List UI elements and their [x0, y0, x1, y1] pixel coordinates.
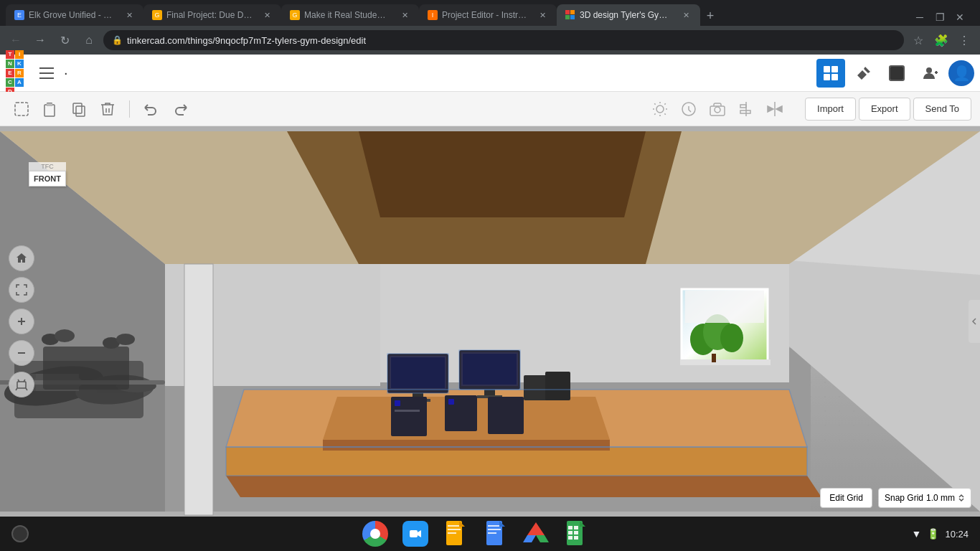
tc-toolbar: Import Export Send To [0, 92, 980, 126]
tc-export-button[interactable]: Export [859, 98, 910, 121]
new-tab-button[interactable]: + [700, 6, 720, 26]
tab-3-close[interactable]: ✕ [399, 9, 410, 21]
tc-grid-view-button[interactable] [816, 59, 845, 88]
tab-4-title: Project Editor - Instructable... [442, 10, 528, 20]
tc-gallery-button[interactable] [882, 59, 911, 88]
tc-notes-button[interactable] [676, 96, 702, 122]
svg-rect-127 [574, 531, 578, 534]
svg-marker-130 [580, 521, 585, 527]
tc-front-text: FRONT [29, 171, 66, 187]
tc-deselect-button[interactable] [9, 96, 34, 122]
svg-marker-57 [226, 447, 807, 476]
tc-hamburger-menu[interactable] [35, 62, 58, 85]
tc-bottombar: Edit Grid Snap Grid 1.0 mm [820, 488, 971, 508]
tc-dot-separator: · [64, 65, 68, 81]
logo-cell-i: I [15, 50, 24, 59]
window-controls: ─ ❐ ✕ [905, 9, 974, 26]
tab-5-favicon [565, 10, 575, 20]
reload-button[interactable]: ↻ [55, 30, 75, 50]
taskbar-right: ▼ 🔋 10:24 [912, 528, 969, 540]
forward-button[interactable]: → [30, 30, 50, 50]
svg-rect-16 [76, 106, 85, 116]
minimize-button[interactable]: ─ [911, 9, 928, 26]
tc-snap-grid-arrows[interactable] [958, 494, 965, 502]
tc-delete-button[interactable] [95, 96, 121, 122]
tc-align-button[interactable] [733, 96, 759, 122]
tc-zoom-out-button[interactable] [9, 340, 34, 366]
tc-edit-grid-button[interactable]: Edit Grid [820, 488, 872, 508]
taskbar-zoom[interactable] [401, 519, 430, 548]
bookmark-button[interactable]: ☆ [908, 30, 928, 50]
svg-point-75 [116, 334, 135, 345]
taskbar-chrome[interactable] [361, 519, 390, 548]
chrome-icon [362, 521, 388, 547]
tinkercad-logo[interactable]: T I N K E R C A D [6, 50, 24, 96]
svg-rect-107 [17, 382, 26, 388]
tc-paste-button[interactable] [37, 96, 63, 122]
taskbar-time: 10:24 [945, 529, 969, 540]
svg-rect-113 [448, 532, 456, 534]
tinkercad-app: T I N K E R C A D [0, 55, 980, 517]
tc-snap-grid-value: 1.0 mm [926, 493, 955, 503]
tc-zoom-in-button[interactable] [9, 309, 34, 334]
tab-2-close[interactable]: ✕ [261, 9, 273, 21]
tc-home-view-button[interactable] [9, 245, 34, 271]
extensions-button[interactable]: 🧩 [931, 30, 951, 50]
tc-mirror-button[interactable] [762, 96, 788, 122]
tab-2-title: Final Project: Due Decembe... [166, 10, 253, 20]
svg-rect-12 [15, 103, 28, 116]
svg-point-9 [926, 67, 932, 73]
menu-button[interactable]: ⋮ [954, 30, 974, 50]
tab-4-close[interactable]: ✕ [537, 9, 548, 21]
svg-line-22 [664, 113, 665, 114]
tab-2[interactable]: G Final Project: Due Decembe... ✕ [143, 4, 281, 26]
chrome-inner [370, 529, 380, 539]
tc-send-to-button[interactable]: Send To [913, 98, 971, 121]
taskbar-google-sheets[interactable] [562, 519, 590, 548]
tab-3[interactable]: G Make it Real Student Desig... ✕ [281, 4, 419, 26]
tc-camera-button[interactable] [705, 96, 730, 122]
tc-build-button[interactable] [849, 59, 878, 88]
tc-undo-button[interactable] [138, 96, 164, 122]
tc-3d-canvas[interactable]: TFC FRONT [0, 126, 980, 517]
tc-left-nav [9, 245, 34, 397]
logo-cell-a: A [15, 78, 24, 87]
tab-1[interactable]: E Elk Grove Unified - My Apps ✕ [6, 4, 143, 26]
google-docs-blue-icon [483, 521, 509, 547]
tab-3-title: Make it Real Student Desig... [304, 10, 390, 20]
tab-5[interactable]: 3D design Tyler's Gym Desi... ✕ [557, 4, 700, 26]
tc-redo-button[interactable] [167, 96, 193, 122]
logo-cell-n: N [6, 60, 14, 68]
tab-5-close[interactable]: ✕ [680, 9, 692, 21]
svg-rect-91 [395, 400, 400, 406]
tc-import-button[interactable]: Import [805, 98, 856, 121]
tc-copy-button[interactable] [66, 96, 92, 122]
tc-user-avatar[interactable]: 👤 [948, 60, 974, 86]
maximize-button[interactable]: ❐ [931, 9, 948, 26]
tc-perspective-button[interactable] [9, 372, 34, 397]
url-bar[interactable]: 🔒 tinkercad.com/things/9nqocfp7mTz-tyler… [103, 30, 904, 50]
tc-add-person-button[interactable] [915, 59, 944, 88]
taskbar-google-docs-yellow[interactable] [441, 519, 470, 548]
back-button[interactable]: ← [6, 30, 26, 50]
url-text: tinkercad.com/things/9nqocfp7mTz-tylers-… [127, 35, 366, 46]
taskbar-google-drive[interactable] [522, 519, 550, 548]
tab-4[interactable]: I Project Editor - Instructable... ✕ [419, 4, 557, 26]
launcher-button[interactable] [11, 525, 29, 542]
taskbar-google-docs-blue[interactable] [481, 519, 510, 548]
browser-frame: E Elk Grove Unified - My Apps ✕ G Final … [0, 0, 980, 551]
close-button[interactable]: ✕ [951, 9, 969, 26]
svg-marker-119 [499, 521, 505, 527]
tc-light-button[interactable] [647, 96, 673, 122]
svg-rect-8 [890, 67, 903, 80]
svg-rect-5 [824, 74, 830, 80]
home-button[interactable]: ⌂ [79, 30, 99, 50]
logo-cell-t: T [6, 50, 14, 59]
tc-panel-toggle-button[interactable] [969, 300, 980, 343]
tab-1-close[interactable]: ✕ [123, 9, 135, 21]
svg-marker-122 [527, 522, 545, 535]
tc-fit-view-button[interactable] [9, 277, 34, 303]
tab-1-title: Elk Grove Unified - My Apps [29, 10, 115, 20]
taskbar-apps [40, 519, 912, 548]
tc-snap-grid-control[interactable]: Snap Grid 1.0 mm [878, 488, 971, 508]
